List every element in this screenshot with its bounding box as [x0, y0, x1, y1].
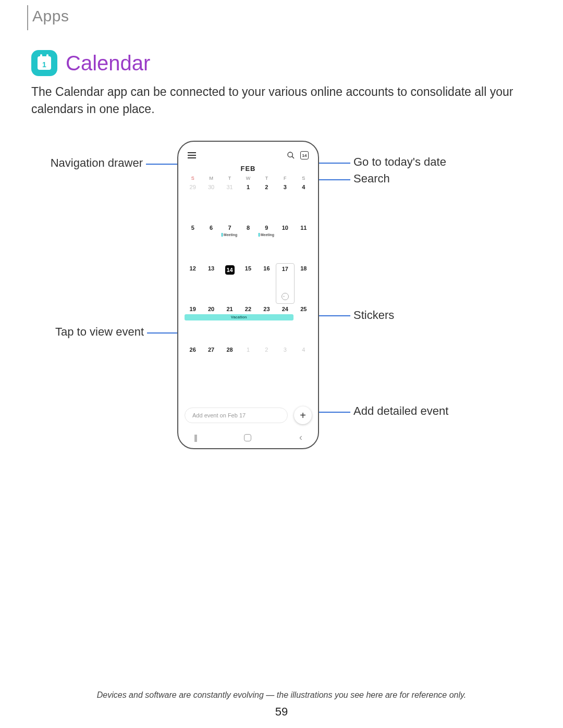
calendar-day[interactable]: 25	[295, 304, 313, 344]
weekday-label: F	[276, 176, 294, 181]
event-chip[interactable]: Meeting	[222, 233, 237, 237]
callout-today: Go to today's date	[353, 155, 446, 169]
calendar-day[interactable]: 3	[276, 182, 294, 223]
calendar-day[interactable]: 13	[202, 263, 220, 304]
back-icon[interactable]: ‹	[299, 432, 302, 443]
calendar-day[interactable]: 18	[295, 263, 313, 304]
calendar-day[interactable]: 12	[183, 263, 202, 304]
calendar-day[interactable]: 9Meeting	[258, 223, 276, 263]
calendar-day[interactable]: 21	[221, 304, 239, 344]
weekday-label: S	[295, 176, 313, 181]
calendar-day[interactable]: 4	[295, 344, 313, 385]
calendar-day[interactable]: 3	[276, 344, 294, 385]
weekday-label: S	[183, 176, 202, 181]
recents-icon[interactable]: |||	[194, 434, 197, 442]
today-icon[interactable]: 14	[300, 151, 309, 159]
calendar-day[interactable]: 7Meeting	[221, 223, 239, 263]
callout-search: Search	[353, 172, 390, 186]
intro-text: The Calendar app can be connected to you…	[31, 83, 532, 118]
callout-tap-event: Tap to view event	[55, 325, 144, 339]
calendar-day[interactable]: 23	[258, 304, 276, 344]
callout-add-event: Add detailed event	[353, 404, 448, 418]
home-icon[interactable]	[244, 434, 251, 441]
calendar-day[interactable]: 6	[202, 223, 220, 263]
breadcrumb: Apps	[32, 7, 69, 25]
footnote: Devices and software are constantly evol…	[0, 690, 563, 700]
calendar-grid[interactable]: 2930311234567Meeting89Meeting10111213141…	[183, 182, 313, 385]
calendar-day[interactable]: 24	[276, 304, 294, 344]
calendar-day[interactable]: 11	[295, 223, 313, 263]
svg-line-1	[292, 156, 294, 158]
calendar-day[interactable]: 16	[258, 263, 276, 304]
phone-mockup: 14 FEB SMTWTFS 2930311234567Meeting89Mee…	[177, 141, 319, 449]
calendar-day[interactable]: 15	[239, 263, 257, 304]
calendar-day[interactable]: 1	[239, 344, 257, 385]
weekday-label: T	[221, 176, 239, 181]
calendar-day[interactable]: 26	[183, 344, 202, 385]
weekday-label: T	[258, 176, 276, 181]
app-icon-number: 1	[42, 60, 46, 69]
menu-icon[interactable]	[188, 152, 196, 158]
calendar-day[interactable]: 29	[183, 182, 202, 223]
calendar-day[interactable]: 10	[276, 223, 294, 263]
weekday-row: SMTWTFS	[183, 176, 313, 181]
android-nav-bar: ||| ‹	[194, 432, 302, 443]
header-rule	[27, 5, 28, 30]
weekday-label: M	[202, 176, 220, 181]
calendar-day[interactable]: 28	[221, 344, 239, 385]
callout-stickers: Stickers	[353, 309, 394, 322]
month-label: FEB	[183, 165, 313, 172]
calendar-day[interactable]: 20	[202, 304, 220, 344]
add-event-fab[interactable]: +	[294, 406, 312, 424]
add-event-input[interactable]: Add event on Feb 17	[185, 408, 288, 423]
calendar-day[interactable]: 2	[258, 344, 276, 385]
calendar-day[interactable]: 30	[202, 182, 220, 223]
calendar-day[interactable]: 17	[276, 263, 294, 304]
event-chip[interactable]: Meeting	[259, 233, 274, 237]
calendar-day[interactable]: 27	[202, 344, 220, 385]
page-number: 59	[0, 705, 563, 719]
calendar-day[interactable]: 22	[239, 304, 257, 344]
calendar-day[interactable]: 8	[239, 223, 257, 263]
search-icon[interactable]	[287, 151, 295, 159]
page-title: Calendar	[66, 52, 150, 75]
sticker-icon[interactable]	[282, 293, 289, 300]
calendar-day[interactable]: 4	[295, 182, 313, 223]
calendar-day[interactable]: 31	[221, 182, 239, 223]
calendar-day[interactable]: 1	[239, 182, 257, 223]
calendar-day[interactable]: 14	[221, 263, 239, 304]
svg-point-0	[288, 152, 292, 157]
leader-line	[314, 163, 350, 164]
calendar-app-icon: 1	[31, 50, 57, 76]
calendar-day[interactable]: 19Vacation	[183, 304, 202, 344]
callout-nav-drawer: Navigation drawer	[49, 156, 143, 170]
calendar-day[interactable]: 5	[183, 223, 202, 263]
calendar-day[interactable]: 2	[258, 182, 276, 223]
weekday-label: W	[239, 176, 257, 181]
